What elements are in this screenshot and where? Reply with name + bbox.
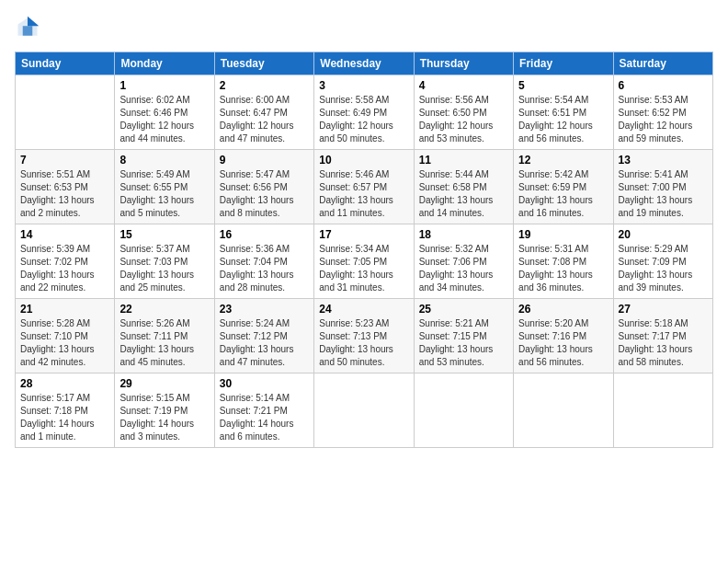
calendar-body: 1Sunrise: 6:02 AM Sunset: 6:46 PM Daylig… [16, 75, 713, 448]
calendar-week-row: 28Sunrise: 5:17 AM Sunset: 7:18 PM Dayli… [16, 373, 713, 448]
header-row: SundayMondayTuesdayWednesdayThursdayFrid… [16, 52, 713, 75]
day-number: 6 [619, 79, 708, 92]
day-number: 5 [518, 79, 608, 92]
day-number: 8 [119, 154, 209, 167]
day-number: 19 [518, 228, 608, 241]
day-info: Sunrise: 5:29 AM Sunset: 7:09 PM Dayligh… [619, 243, 708, 294]
day-info: Sunrise: 5:14 AM Sunset: 7:21 PM Dayligh… [220, 392, 309, 443]
calendar-cell: 24Sunrise: 5:23 AM Sunset: 7:13 PM Dayli… [314, 299, 414, 373]
day-info: Sunrise: 5:49 AM Sunset: 6:55 PM Dayligh… [119, 168, 209, 220]
day-number: 7 [20, 154, 109, 167]
calendar-cell: 25Sunrise: 5:21 AM Sunset: 7:15 PM Dayli… [414, 299, 513, 373]
day-number: 29 [119, 377, 209, 390]
day-number: 20 [619, 228, 708, 241]
day-number: 12 [518, 154, 608, 167]
calendar-cell: 3Sunrise: 5:58 AM Sunset: 6:49 PM Daylig… [314, 75, 414, 150]
calendar-cell [314, 373, 414, 448]
calendar-cell: 17Sunrise: 5:34 AM Sunset: 7:05 PM Dayli… [314, 224, 414, 299]
day-number: 26 [518, 303, 608, 316]
calendar-week-row: 1Sunrise: 6:02 AM Sunset: 6:46 PM Daylig… [16, 75, 713, 150]
calendar-cell: 8Sunrise: 5:49 AM Sunset: 6:55 PM Daylig… [115, 150, 214, 224]
calendar-cell: 5Sunrise: 5:54 AM Sunset: 6:51 PM Daylig… [514, 75, 613, 150]
day-number: 14 [20, 228, 109, 241]
svg-marker-1 [28, 17, 39, 27]
day-info: Sunrise: 5:41 AM Sunset: 7:00 PM Dayligh… [619, 168, 708, 220]
day-info: Sunrise: 5:53 AM Sunset: 6:52 PM Dayligh… [619, 94, 708, 145]
day-number: 3 [319, 79, 408, 92]
calendar-cell: 19Sunrise: 5:31 AM Sunset: 7:08 PM Dayli… [514, 224, 613, 299]
day-number: 4 [419, 79, 508, 92]
calendar-cell: 6Sunrise: 5:53 AM Sunset: 6:52 PM Daylig… [613, 75, 712, 150]
day-info: Sunrise: 5:58 AM Sunset: 6:49 PM Dayligh… [319, 94, 408, 145]
header-cell-friday: Friday [514, 52, 613, 75]
day-info: Sunrise: 5:44 AM Sunset: 6:58 PM Dayligh… [419, 168, 508, 220]
day-number: 30 [220, 377, 309, 390]
day-info: Sunrise: 5:23 AM Sunset: 7:13 PM Dayligh… [319, 317, 408, 369]
calendar-cell: 27Sunrise: 5:18 AM Sunset: 7:17 PM Dayli… [613, 299, 712, 373]
day-number: 9 [220, 154, 309, 167]
calendar-cell: 12Sunrise: 5:42 AM Sunset: 6:59 PM Dayli… [514, 150, 613, 224]
day-number: 15 [119, 228, 209, 241]
header-cell-monday: Monday [115, 52, 214, 75]
day-info: Sunrise: 5:54 AM Sunset: 6:51 PM Dayligh… [518, 94, 608, 145]
header-cell-saturday: Saturday [613, 52, 712, 75]
day-info: Sunrise: 5:42 AM Sunset: 6:59 PM Dayligh… [518, 168, 608, 220]
day-info: Sunrise: 5:37 AM Sunset: 7:03 PM Dayligh… [119, 243, 209, 294]
day-number: 18 [419, 228, 508, 241]
day-number: 27 [619, 303, 708, 316]
day-number: 23 [220, 303, 309, 316]
day-number: 16 [220, 228, 309, 241]
calendar-cell [613, 373, 712, 448]
day-info: Sunrise: 5:31 AM Sunset: 7:08 PM Dayligh… [518, 243, 608, 294]
day-info: Sunrise: 6:02 AM Sunset: 6:46 PM Dayligh… [119, 94, 209, 145]
calendar-cell: 1Sunrise: 6:02 AM Sunset: 6:46 PM Daylig… [115, 75, 214, 150]
day-number: 13 [619, 154, 708, 167]
calendar-week-row: 21Sunrise: 5:28 AM Sunset: 7:10 PM Dayli… [16, 299, 713, 373]
calendar-week-row: 7Sunrise: 5:51 AM Sunset: 6:53 PM Daylig… [16, 150, 713, 224]
day-info: Sunrise: 6:00 AM Sunset: 6:47 PM Dayligh… [220, 94, 309, 145]
calendar-cell [514, 373, 613, 448]
calendar-cell: 23Sunrise: 5:24 AM Sunset: 7:12 PM Dayli… [214, 299, 313, 373]
calendar-cell: 21Sunrise: 5:28 AM Sunset: 7:10 PM Dayli… [16, 299, 115, 373]
header-cell-sunday: Sunday [16, 52, 115, 75]
calendar-cell: 13Sunrise: 5:41 AM Sunset: 7:00 PM Dayli… [613, 150, 712, 224]
day-info: Sunrise: 5:56 AM Sunset: 6:50 PM Dayligh… [419, 94, 508, 145]
day-info: Sunrise: 5:26 AM Sunset: 7:11 PM Dayligh… [119, 317, 209, 369]
page-header [15, 15, 713, 40]
logo-icon [15, 15, 40, 40]
calendar-cell: 22Sunrise: 5:26 AM Sunset: 7:11 PM Dayli… [115, 299, 214, 373]
logo [15, 15, 44, 40]
calendar-header: SundayMondayTuesdayWednesdayThursdayFrid… [16, 52, 713, 75]
header-cell-thursday: Thursday [414, 52, 513, 75]
day-info: Sunrise: 5:34 AM Sunset: 7:05 PM Dayligh… [319, 243, 408, 294]
day-number: 22 [119, 303, 209, 316]
calendar-cell: 15Sunrise: 5:37 AM Sunset: 7:03 PM Dayli… [115, 224, 214, 299]
day-info: Sunrise: 5:46 AM Sunset: 6:57 PM Dayligh… [319, 168, 408, 220]
calendar-cell: 16Sunrise: 5:36 AM Sunset: 7:04 PM Dayli… [214, 224, 313, 299]
day-info: Sunrise: 5:20 AM Sunset: 7:16 PM Dayligh… [518, 317, 608, 369]
day-info: Sunrise: 5:18 AM Sunset: 7:17 PM Dayligh… [619, 317, 708, 369]
day-info: Sunrise: 5:15 AM Sunset: 7:19 PM Dayligh… [119, 392, 209, 443]
calendar-cell [16, 75, 115, 150]
calendar-cell: 28Sunrise: 5:17 AM Sunset: 7:18 PM Dayli… [16, 373, 115, 448]
day-number: 1 [119, 79, 209, 92]
day-number: 10 [319, 154, 408, 167]
calendar-table: SundayMondayTuesdayWednesdayThursdayFrid… [15, 52, 713, 448]
calendar-cell: 11Sunrise: 5:44 AM Sunset: 6:58 PM Dayli… [414, 150, 513, 224]
day-info: Sunrise: 5:28 AM Sunset: 7:10 PM Dayligh… [20, 317, 109, 369]
day-number: 25 [419, 303, 508, 316]
calendar-cell: 26Sunrise: 5:20 AM Sunset: 7:16 PM Dayli… [514, 299, 613, 373]
header-cell-wednesday: Wednesday [314, 52, 414, 75]
day-info: Sunrise: 5:24 AM Sunset: 7:12 PM Dayligh… [220, 317, 309, 369]
day-number: 21 [20, 303, 109, 316]
calendar-cell: 2Sunrise: 6:00 AM Sunset: 6:47 PM Daylig… [214, 75, 313, 150]
calendar-week-row: 14Sunrise: 5:39 AM Sunset: 7:02 PM Dayli… [16, 224, 713, 299]
calendar-cell: 4Sunrise: 5:56 AM Sunset: 6:50 PM Daylig… [414, 75, 513, 150]
header-cell-tuesday: Tuesday [214, 52, 313, 75]
calendar-cell: 30Sunrise: 5:14 AM Sunset: 7:21 PM Dayli… [214, 373, 313, 448]
day-number: 17 [319, 228, 408, 241]
calendar-cell: 9Sunrise: 5:47 AM Sunset: 6:56 PM Daylig… [214, 150, 313, 224]
day-number: 24 [319, 303, 408, 316]
calendar-cell: 29Sunrise: 5:15 AM Sunset: 7:19 PM Dayli… [115, 373, 214, 448]
day-info: Sunrise: 5:36 AM Sunset: 7:04 PM Dayligh… [220, 243, 309, 294]
